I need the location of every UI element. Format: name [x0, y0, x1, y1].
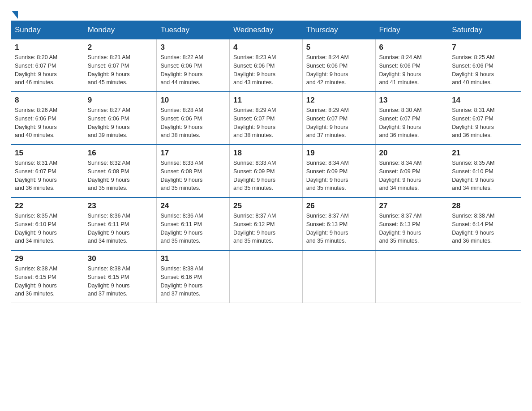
day-number: 14: [452, 96, 517, 105]
day-number: 29: [15, 254, 80, 263]
day-info: Sunrise: 8:27 AMSunset: 6:06 PMDaylight:…: [88, 106, 153, 140]
calendar-cell: 29Sunrise: 8:38 AMSunset: 6:15 PMDayligh…: [11, 250, 84, 303]
calendar-cell: 30Sunrise: 8:38 AMSunset: 6:15 PMDayligh…: [84, 250, 157, 303]
day-info: Sunrise: 8:20 AMSunset: 6:07 PMDaylight:…: [15, 53, 80, 87]
calendar-week-row: 1Sunrise: 8:20 AMSunset: 6:07 PMDaylight…: [11, 39, 521, 92]
logo: [11, 11, 18, 16]
day-info: Sunrise: 8:37 AMSunset: 6:12 PMDaylight:…: [233, 212, 299, 245]
day-number: 25: [233, 201, 299, 210]
day-number: 12: [306, 96, 372, 105]
calendar-cell: 17Sunrise: 8:33 AMSunset: 6:08 PMDayligh…: [157, 145, 230, 197]
calendar-cell: [230, 250, 303, 303]
calendar-cell: 22Sunrise: 8:35 AMSunset: 6:10 PMDayligh…: [11, 197, 84, 250]
day-number: 24: [160, 201, 226, 210]
day-number: 10: [160, 96, 226, 105]
calendar-cell: 15Sunrise: 8:31 AMSunset: 6:07 PMDayligh…: [11, 145, 84, 197]
calendar-cell: 16Sunrise: 8:32 AMSunset: 6:08 PMDayligh…: [84, 145, 157, 197]
day-number: 17: [160, 149, 226, 158]
calendar-week-row: 15Sunrise: 8:31 AMSunset: 6:07 PMDayligh…: [11, 145, 521, 197]
calendar-cell: 31Sunrise: 8:38 AMSunset: 6:16 PMDayligh…: [157, 250, 230, 303]
day-info: Sunrise: 8:23 AMSunset: 6:06 PMDaylight:…: [233, 53, 299, 87]
day-info: Sunrise: 8:30 AMSunset: 6:07 PMDaylight:…: [379, 106, 445, 140]
calendar-cell: 1Sunrise: 8:20 AMSunset: 6:07 PMDaylight…: [11, 39, 84, 92]
calendar-cell: 5Sunrise: 8:24 AMSunset: 6:06 PMDaylight…: [302, 39, 375, 92]
calendar-header: SundayMondayTuesdayWednesdayThursdayFrid…: [11, 21, 521, 39]
calendar-cell: 7Sunrise: 8:25 AMSunset: 6:06 PMDaylight…: [448, 39, 521, 92]
day-number: 16: [88, 149, 153, 158]
calendar-cell: 9Sunrise: 8:27 AMSunset: 6:06 PMDaylight…: [84, 92, 157, 145]
day-number: 21: [452, 149, 517, 158]
day-header-wednesday: Wednesday: [230, 21, 303, 39]
calendar-cell: 3Sunrise: 8:22 AMSunset: 6:06 PMDaylight…: [157, 39, 230, 92]
day-header-tuesday: Tuesday: [157, 21, 230, 39]
calendar-cell: [448, 250, 521, 303]
day-header-saturday: Saturday: [448, 21, 521, 39]
day-info: Sunrise: 8:34 AMSunset: 6:09 PMDaylight:…: [306, 159, 372, 193]
day-info: Sunrise: 8:35 AMSunset: 6:10 PMDaylight:…: [452, 159, 517, 193]
day-info: Sunrise: 8:34 AMSunset: 6:09 PMDaylight:…: [379, 159, 445, 193]
logo-arrow-icon: [12, 11, 18, 19]
calendar-cell: 26Sunrise: 8:37 AMSunset: 6:13 PMDayligh…: [302, 197, 375, 250]
day-number: 27: [379, 201, 445, 210]
day-number: 15: [15, 149, 80, 158]
calendar-cell: 14Sunrise: 8:31 AMSunset: 6:07 PMDayligh…: [448, 92, 521, 145]
day-info: Sunrise: 8:33 AMSunset: 6:09 PMDaylight:…: [233, 159, 299, 193]
calendar-cell: 2Sunrise: 8:21 AMSunset: 6:07 PMDaylight…: [84, 39, 157, 92]
day-info: Sunrise: 8:29 AMSunset: 6:07 PMDaylight:…: [306, 106, 372, 140]
day-header-friday: Friday: [375, 21, 448, 39]
day-number: 11: [233, 96, 299, 105]
day-number: 18: [233, 149, 299, 158]
day-number: 1: [15, 43, 80, 52]
page-header: [11, 11, 521, 16]
day-info: Sunrise: 8:24 AMSunset: 6:06 PMDaylight:…: [379, 53, 445, 87]
calendar-cell: 8Sunrise: 8:26 AMSunset: 6:06 PMDaylight…: [11, 92, 84, 145]
days-of-week-row: SundayMondayTuesdayWednesdayThursdayFrid…: [11, 21, 521, 39]
day-info: Sunrise: 8:32 AMSunset: 6:08 PMDaylight:…: [88, 159, 153, 193]
day-number: 2: [88, 43, 153, 52]
calendar-cell: 23Sunrise: 8:36 AMSunset: 6:11 PMDayligh…: [84, 197, 157, 250]
calendar-table: SundayMondayTuesdayWednesdayThursdayFrid…: [11, 21, 521, 303]
day-number: 31: [160, 254, 226, 263]
day-number: 28: [452, 201, 517, 210]
day-number: 19: [306, 149, 372, 158]
day-info: Sunrise: 8:38 AMSunset: 6:14 PMDaylight:…: [452, 212, 517, 245]
calendar-cell: 28Sunrise: 8:38 AMSunset: 6:14 PMDayligh…: [448, 197, 521, 250]
calendar-cell: 21Sunrise: 8:35 AMSunset: 6:10 PMDayligh…: [448, 145, 521, 197]
calendar-cell: 20Sunrise: 8:34 AMSunset: 6:09 PMDayligh…: [375, 145, 448, 197]
day-info: Sunrise: 8:31 AMSunset: 6:07 PMDaylight:…: [452, 106, 517, 140]
calendar-week-row: 8Sunrise: 8:26 AMSunset: 6:06 PMDaylight…: [11, 92, 521, 145]
day-number: 23: [88, 201, 153, 210]
calendar-cell: [302, 250, 375, 303]
day-number: 7: [452, 43, 517, 52]
day-number: 6: [379, 43, 445, 52]
calendar-cell: [375, 250, 448, 303]
day-info: Sunrise: 8:21 AMSunset: 6:07 PMDaylight:…: [88, 53, 153, 87]
day-info: Sunrise: 8:25 AMSunset: 6:06 PMDaylight:…: [452, 53, 517, 87]
day-info: Sunrise: 8:33 AMSunset: 6:08 PMDaylight:…: [160, 159, 226, 193]
day-header-monday: Monday: [84, 21, 157, 39]
calendar-cell: 11Sunrise: 8:29 AMSunset: 6:07 PMDayligh…: [230, 92, 303, 145]
calendar-body: 1Sunrise: 8:20 AMSunset: 6:07 PMDaylight…: [11, 39, 521, 303]
day-number: 3: [160, 43, 226, 52]
day-info: Sunrise: 8:36 AMSunset: 6:11 PMDaylight:…: [160, 212, 226, 245]
day-number: 22: [15, 201, 80, 210]
calendar-week-row: 22Sunrise: 8:35 AMSunset: 6:10 PMDayligh…: [11, 197, 521, 250]
calendar-cell: 4Sunrise: 8:23 AMSunset: 6:06 PMDaylight…: [230, 39, 303, 92]
day-info: Sunrise: 8:37 AMSunset: 6:13 PMDaylight:…: [306, 212, 372, 245]
calendar-cell: 6Sunrise: 8:24 AMSunset: 6:06 PMDaylight…: [375, 39, 448, 92]
day-info: Sunrise: 8:29 AMSunset: 6:07 PMDaylight:…: [233, 106, 299, 140]
day-header-thursday: Thursday: [302, 21, 375, 39]
day-info: Sunrise: 8:38 AMSunset: 6:16 PMDaylight:…: [160, 265, 226, 298]
day-number: 8: [15, 96, 80, 105]
day-number: 20: [379, 149, 445, 158]
day-number: 26: [306, 201, 372, 210]
calendar-cell: 12Sunrise: 8:29 AMSunset: 6:07 PMDayligh…: [302, 92, 375, 145]
day-info: Sunrise: 8:28 AMSunset: 6:06 PMDaylight:…: [160, 106, 226, 140]
day-info: Sunrise: 8:22 AMSunset: 6:06 PMDaylight:…: [160, 53, 226, 87]
day-info: Sunrise: 8:36 AMSunset: 6:11 PMDaylight:…: [88, 212, 153, 245]
day-number: 13: [379, 96, 445, 105]
day-info: Sunrise: 8:31 AMSunset: 6:07 PMDaylight:…: [15, 159, 80, 193]
day-number: 5: [306, 43, 372, 52]
calendar-cell: 18Sunrise: 8:33 AMSunset: 6:09 PMDayligh…: [230, 145, 303, 197]
day-info: Sunrise: 8:38 AMSunset: 6:15 PMDaylight:…: [88, 265, 153, 298]
